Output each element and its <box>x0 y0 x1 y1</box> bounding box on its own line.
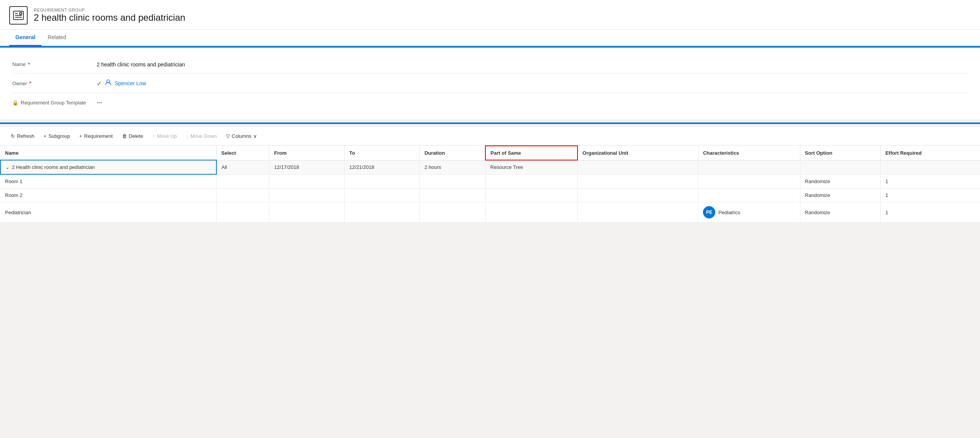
col-characteristics: Characteristics <box>698 146 800 160</box>
grid-toolbar: ↻ Refresh + Subgroup + Requirement 🗑 Del… <box>0 127 980 145</box>
lock-icon: 🔒 <box>12 100 18 106</box>
cell-from <box>269 188 345 202</box>
cell-to: 12/21/2018 <box>345 160 420 174</box>
columns-filter-icon: ▽ <box>226 133 230 139</box>
field-owner-value[interactable]: ✓ Spencer Low <box>97 79 146 88</box>
cell-duration: 2 hours <box>420 160 486 174</box>
requirement-label: Requirement <box>84 133 112 139</box>
cell-to <box>345 202 420 223</box>
field-template-label: 🔒 Requirement Group Template <box>12 100 97 106</box>
form-section: Name * 2 health clinic rooms and pediatr… <box>0 48 980 119</box>
delete-icon: 🗑 <box>122 133 127 139</box>
table-row[interactable]: ⌄2 Health clinic rooms and pediatricianA… <box>0 160 980 174</box>
refresh-icon: ↻ <box>11 133 15 139</box>
cell-duration <box>420 202 486 223</box>
entity-icon <box>9 6 28 25</box>
move-down-icon: ↓ <box>186 133 189 139</box>
name-label-text: Name <box>12 61 26 67</box>
cell-sort-option: Randomize <box>800 188 881 202</box>
field-owner-row: Owner * ✓ Spencer Low <box>12 74 968 93</box>
move-up-label: Move Up <box>157 133 177 139</box>
cell-name: ⌄2 Health clinic rooms and pediatrician <box>0 160 216 174</box>
refresh-button[interactable]: ↻ Refresh <box>6 131 39 141</box>
cell-org-unit <box>577 174 698 188</box>
cell-characteristics <box>698 174 800 188</box>
data-table: Name Select From To Duration Part of Sam… <box>0 145 980 223</box>
entity-title: 2 health clinic rooms and pediatrician <box>34 12 185 23</box>
owner-name[interactable]: Spencer Low <box>115 80 146 86</box>
columns-label: Columns <box>232 133 251 139</box>
columns-chevron-icon: ∨ <box>253 133 257 139</box>
field-name-label: Name * <box>12 61 97 68</box>
header-text: REQUIREMENT GROUP 2 health clinic rooms … <box>34 8 185 23</box>
move-down-label: Move Down <box>190 133 217 139</box>
refresh-label: Refresh <box>17 133 35 139</box>
subgroup-plus-icon: + <box>44 133 47 139</box>
move-up-icon: ↑ <box>152 133 155 139</box>
cell-duration <box>420 174 486 188</box>
name-required-star: * <box>28 61 30 68</box>
cell-characteristics: PE Pediatrics <box>698 202 800 223</box>
owner-label-text: Owner <box>12 81 27 86</box>
tab-general[interactable]: General <box>9 30 41 46</box>
field-name-row: Name * 2 health clinic rooms and pediatr… <box>12 55 968 74</box>
cell-to <box>345 174 420 188</box>
cell-characteristics <box>698 188 800 202</box>
col-effort-required: Effort Required <box>881 146 980 160</box>
green-check-icon: ✓ <box>97 80 102 87</box>
subgroup-button[interactable]: + Subgroup <box>39 131 75 141</box>
cell-org-unit <box>577 202 698 223</box>
col-from: From <box>269 146 345 160</box>
table-row[interactable]: Room 2Randomize1 <box>0 188 980 202</box>
cell-name: Pediatrician <box>0 202 216 223</box>
cell-effort-required <box>881 160 980 174</box>
owner-required-star: * <box>29 80 31 86</box>
characteristics-badge: PE <box>703 206 715 218</box>
template-label-text: Requirement Group Template <box>21 100 86 106</box>
tabs-bar: General Related <box>0 30 980 46</box>
table-row[interactable]: Pediatrician PE Pediatrics Randomize1 <box>0 202 980 223</box>
field-template-value: --- <box>97 99 968 106</box>
move-down-button[interactable]: ↓ Move Down <box>181 131 221 141</box>
cell-effort-required: 1 <box>881 188 980 202</box>
cell-part-of-same <box>485 174 577 188</box>
cell-sort-option: Randomize <box>800 174 881 188</box>
cell-characteristics <box>698 160 800 174</box>
cell-from <box>269 174 345 188</box>
cell-org-unit <box>577 160 698 174</box>
cell-name: Room 1 <box>0 174 216 188</box>
cell-duration <box>420 188 486 202</box>
cell-to <box>345 188 420 202</box>
cell-effort-required: 1 <box>881 174 980 188</box>
cell-select: All <box>216 160 269 174</box>
requirement-button[interactable]: + Requirement <box>75 131 117 141</box>
person-icon <box>105 79 112 88</box>
cell-part-of-same <box>485 188 577 202</box>
col-name: Name <box>0 146 216 160</box>
col-sort-option: Sort Option <box>800 146 881 160</box>
cell-select <box>216 202 269 223</box>
entity-type-label: REQUIREMENT GROUP <box>34 8 185 12</box>
col-select: Select <box>216 146 269 160</box>
col-to: To <box>345 146 420 160</box>
delete-button[interactable]: 🗑 Delete <box>117 131 148 141</box>
cell-from <box>269 202 345 223</box>
columns-button[interactable]: ▽ Columns ∨ <box>221 131 262 141</box>
cell-select <box>216 174 269 188</box>
table-row[interactable]: Room 1Randomize1 <box>0 174 980 188</box>
cell-part-of-same <box>485 202 577 223</box>
cell-sort-option: Randomize <box>800 202 881 223</box>
cell-from: 12/17/2018 <box>269 160 345 174</box>
tab-related[interactable]: Related <box>41 30 72 46</box>
col-org-unit: Organizational Unit <box>577 146 698 160</box>
cell-effort-required: 1 <box>881 202 980 223</box>
field-template-row: 🔒 Requirement Group Template --- <box>12 93 968 112</box>
cell-part-of-same: Resource Tree <box>485 160 577 174</box>
cell-org-unit <box>577 188 698 202</box>
move-up-button[interactable]: ↑ Move Up <box>148 131 181 141</box>
grid-section: ↻ Refresh + Subgroup + Requirement 🗑 Del… <box>0 127 980 223</box>
col-duration: Duration <box>420 146 486 160</box>
cell-sort-option <box>800 160 881 174</box>
col-part-of-same: Part of Same <box>485 146 577 160</box>
table-header-row: Name Select From To Duration Part of Sam… <box>0 146 980 160</box>
